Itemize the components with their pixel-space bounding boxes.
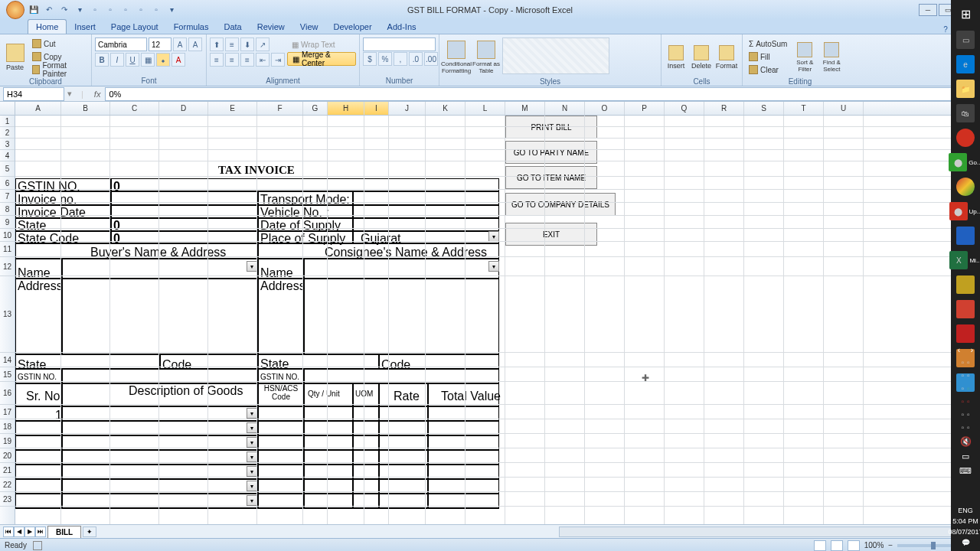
number-format-select[interactable]	[363, 37, 436, 51]
row-header[interactable]: 7	[0, 190, 15, 203]
tab-addins[interactable]: Add-Ins	[380, 20, 424, 34]
decrease-decimal-button[interactable]: .00	[424, 52, 438, 66]
chrome-icon[interactable]	[956, 178, 975, 196]
name-box[interactable]: H34	[3, 87, 64, 101]
qat-icon[interactable]: ▫	[89, 4, 101, 16]
office-button[interactable]	[6, 1, 24, 19]
dropdown-icon[interactable]: ▾	[247, 261, 257, 272]
qat-icon[interactable]: ▫	[135, 4, 147, 16]
row-header[interactable]: 13	[0, 276, 15, 353]
tray-icon[interactable]: ▫	[967, 371, 970, 380]
row-header[interactable]: 19	[0, 434, 15, 448]
row-header[interactable]: 18	[0, 419, 15, 434]
percent-button[interactable]: %	[378, 52, 392, 66]
tab-developer[interactable]: Developer	[325, 20, 379, 34]
language-indicator[interactable]: ENG	[958, 507, 973, 514]
column-header[interactable]: T	[784, 102, 824, 115]
tray-icon[interactable]: ▫	[967, 423, 970, 432]
tab-review[interactable]: Review	[250, 20, 292, 34]
wrap-text-button[interactable]: ▦Wrap Text	[287, 37, 356, 51]
column-header[interactable]: U	[824, 102, 864, 115]
fill-button[interactable]: Fill	[746, 51, 790, 63]
row-header[interactable]: 14	[0, 353, 15, 367]
keyboard-icon[interactable]: ⌨	[959, 466, 972, 476]
task-view-icon[interactable]: ▭	[956, 31, 975, 49]
store-icon[interactable]: 🛍	[956, 104, 975, 122]
currency-button[interactable]: $	[363, 52, 377, 66]
row-header[interactable]: 2	[0, 127, 15, 139]
column-header[interactable]: I	[364, 102, 389, 115]
new-sheet-button[interactable]: ✦	[83, 527, 96, 537]
row-header[interactable]: 3	[0, 139, 15, 150]
format-cells-button[interactable]: Format	[715, 37, 738, 77]
dropdown-icon[interactable]: ▾	[247, 481, 257, 491]
row-header[interactable]: 15	[0, 367, 15, 382]
align-center-button[interactable]: ≡	[225, 53, 239, 67]
app-icon[interactable]: ⬤	[949, 202, 968, 220]
app-icon[interactable]	[956, 276, 975, 294]
row-header[interactable]: 10	[0, 229, 15, 242]
format-as-table-button[interactable]: Format as Table	[472, 37, 500, 77]
tab-formulas[interactable]: Formulas	[166, 20, 217, 34]
app-icon[interactable]	[956, 324, 975, 343]
zoom-level[interactable]: 100%	[864, 541, 884, 549]
clock-time[interactable]: 5:04 PM	[952, 517, 978, 525]
qat-more-icon[interactable]: ▾	[165, 4, 178, 16]
goto-item-button[interactable]: GO TO ITEM NAME	[505, 166, 597, 189]
notifications-icon[interactable]: 💬	[962, 539, 970, 546]
find-select-button[interactable]: Find & Select	[819, 37, 844, 77]
row-header[interactable]: 21	[0, 463, 15, 478]
tab-first-button[interactable]: ⏮	[3, 527, 14, 537]
column-header[interactable]: S	[744, 102, 784, 115]
dropdown-icon[interactable]: ▾	[247, 422, 257, 433]
volume-icon[interactable]: 🔇	[960, 436, 972, 447]
fx-icon[interactable]: fx	[90, 90, 106, 99]
row-header[interactable]: 9	[0, 216, 15, 229]
column-header[interactable]: F	[257, 102, 303, 115]
column-header[interactable]: P	[625, 102, 665, 115]
network-icon[interactable]: ▭	[962, 452, 969, 461]
sheet-tab-bill[interactable]: BILL	[47, 526, 81, 538]
outlook-icon[interactable]	[956, 227, 975, 245]
clock-date[interactable]: 08/07/2017	[948, 528, 980, 536]
font-name-select[interactable]: Cambria	[95, 37, 147, 51]
row-header[interactable]: 8	[0, 203, 15, 216]
font-color-button[interactable]: A	[172, 53, 185, 67]
tray-icon[interactable]: ▫	[961, 410, 964, 419]
page-layout-view-button[interactable]	[831, 540, 843, 551]
minimize-button[interactable]: ─	[919, 4, 937, 16]
row-header[interactable]: 22	[0, 478, 15, 492]
sort-filter-button[interactable]: Sort & Filter	[792, 37, 817, 77]
decrease-indent-button[interactable]: ⇤	[256, 53, 270, 67]
delete-cells-button[interactable]: Delete	[690, 37, 713, 77]
increase-indent-button[interactable]: ⇥	[271, 53, 285, 67]
tab-view[interactable]: View	[292, 20, 326, 34]
paste-button[interactable]: Paste	[3, 37, 27, 77]
tray-icon[interactable]: ▫	[967, 397, 970, 406]
horizontal-scrollbar[interactable]	[559, 527, 966, 537]
start-button[interactable]: ⊞	[951, 0, 980, 28]
underline-button[interactable]: U	[126, 53, 139, 67]
align-bottom-button[interactable]: ⬇	[240, 37, 254, 51]
qat-icon[interactable]: ▫	[150, 4, 162, 16]
row-header[interactable]: 6	[0, 177, 15, 190]
column-header[interactable]: H	[328, 102, 364, 115]
insert-cells-button[interactable]: Insert	[665, 37, 688, 77]
dropdown-icon[interactable]: ▾	[488, 231, 499, 242]
cut-button[interactable]: Cut	[29, 37, 88, 50]
explorer-icon[interactable]: 📁	[956, 80, 975, 98]
chevron-left-icon[interactable]: ‹	[958, 346, 960, 354]
goto-company-button[interactable]: GO TO COMPANY DETAILS	[505, 193, 616, 216]
column-header[interactable]: O	[585, 102, 625, 115]
column-header[interactable]: D	[159, 102, 208, 115]
row-header[interactable]: 1	[0, 116, 15, 127]
column-header[interactable]: B	[61, 102, 110, 115]
column-header[interactable]: G	[303, 102, 328, 115]
align-top-button[interactable]: ⬆	[210, 37, 224, 51]
app-icon[interactable]	[956, 300, 975, 318]
tray-icon[interactable]: ▫	[961, 358, 964, 367]
bold-button[interactable]: B	[95, 53, 109, 67]
tray-icon[interactable]: ▫	[967, 384, 970, 393]
redo-icon[interactable]: ↷	[58, 4, 70, 16]
dropdown-icon[interactable]: ▾	[488, 261, 499, 272]
